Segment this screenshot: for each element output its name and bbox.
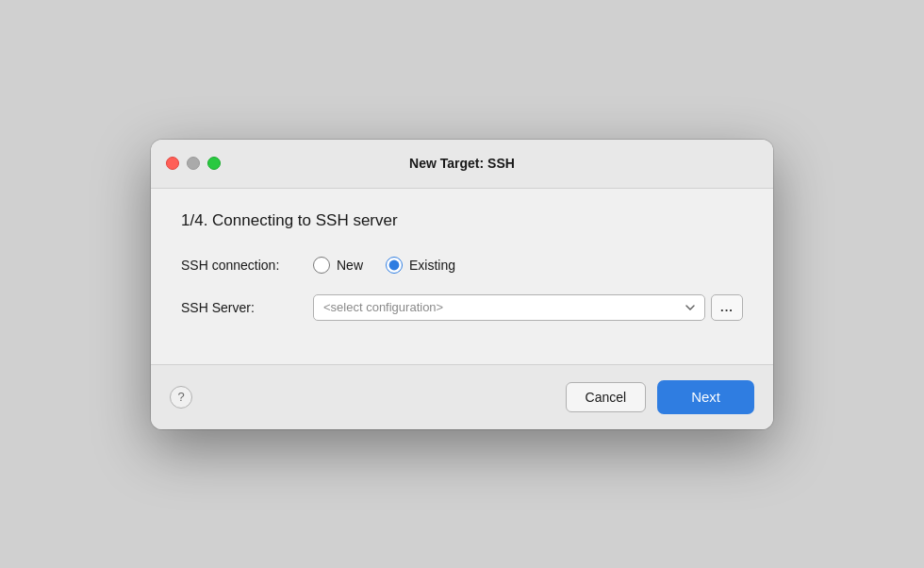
connection-row: SSH connection: New Existing <box>181 257 743 274</box>
radio-new-label: New <box>337 258 363 273</box>
title-bar: New Target: SSH <box>151 140 773 189</box>
help-button[interactable]: ? <box>170 386 192 409</box>
server-row: SSH Server: <select configuration> ... <box>181 294 743 321</box>
footer-right: Cancel Next <box>566 380 754 414</box>
radio-new-input[interactable] <box>313 257 330 274</box>
minimize-button[interactable] <box>187 157 200 170</box>
cancel-button[interactable]: Cancel <box>566 382 647 412</box>
radio-option-existing[interactable]: Existing <box>386 257 455 274</box>
maximize-button[interactable] <box>207 157 221 170</box>
next-button[interactable]: Next <box>657 380 754 414</box>
select-wrapper: <select configuration> ... <box>313 294 743 321</box>
dialog-footer: ? Cancel Next <box>151 364 773 429</box>
window-controls <box>166 157 221 170</box>
dialog-title: New Target: SSH <box>409 156 515 171</box>
server-select[interactable]: <select configuration> <box>313 294 705 321</box>
dialog-window: New Target: SSH 1/4. Connecting to SSH s… <box>151 140 773 429</box>
footer-left: ? <box>170 386 192 409</box>
server-label: SSH Server: <box>181 300 313 315</box>
radio-option-new[interactable]: New <box>313 257 363 274</box>
radio-existing-label: Existing <box>409 258 455 273</box>
connection-label: SSH connection: <box>181 258 313 273</box>
close-button[interactable] <box>166 157 179 170</box>
radio-existing-input[interactable] <box>386 257 403 274</box>
ellipsis-button[interactable]: ... <box>711 294 743 321</box>
radio-group: New Existing <box>313 257 455 274</box>
step-label: 1/4. Connecting to SSH server <box>181 211 743 230</box>
dialog-body: 1/4. Connecting to SSH server SSH connec… <box>151 189 773 364</box>
